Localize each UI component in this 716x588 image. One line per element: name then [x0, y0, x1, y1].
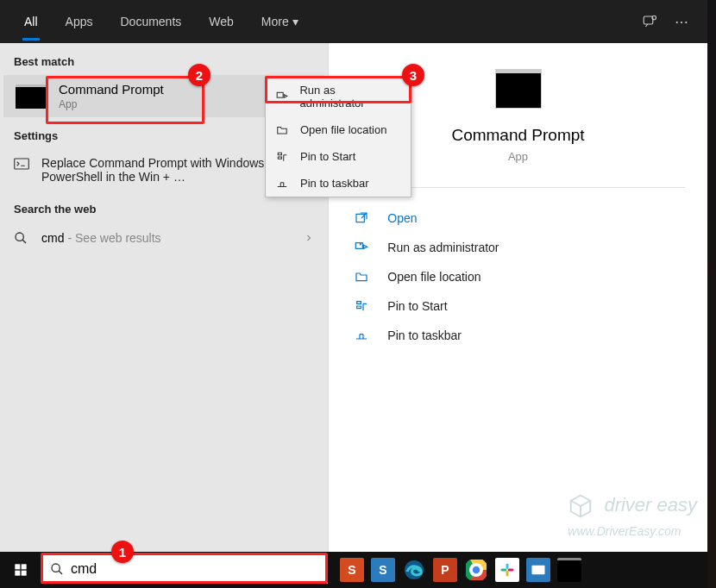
ctx-pin-taskbar-label: Pin to taskbar — [300, 177, 369, 190]
ctx-run-admin[interactable]: Run as administrator — [266, 77, 411, 116]
web-hint: - See web results — [67, 231, 160, 245]
svg-rect-7 — [15, 564, 20, 569]
preview-app-icon — [495, 69, 542, 109]
tab-web[interactable]: Web — [195, 3, 248, 41]
tb-app-snagit[interactable]: S — [371, 558, 395, 582]
action-pin-start[interactable]: Pin to Start — [351, 291, 684, 321]
context-menu: Run as administrator Open file location … — [265, 76, 411, 197]
tab-documents[interactable]: Documents — [106, 3, 195, 41]
feedback-icon[interactable] — [633, 7, 666, 36]
web-query: cmd — [41, 231, 64, 245]
action-run-admin-label: Run as administrator — [387, 241, 499, 254]
shield-admin-icon — [276, 91, 291, 103]
search-tab-bar: All Apps Documents Web More▾ ⋯ — [0, 0, 707, 43]
action-pin-taskbar-label: Pin to taskbar — [387, 328, 462, 342]
search-input[interactable] — [71, 561, 319, 577]
search-icon — [50, 562, 64, 576]
preview-subtitle: App — [508, 150, 528, 163]
svg-rect-9 — [15, 571, 20, 576]
tab-all[interactable]: All — [10, 3, 52, 41]
action-open[interactable]: Open — [351, 203, 684, 233]
tb-app-snagit-editor[interactable]: S — [340, 558, 364, 582]
svg-rect-0 — [644, 16, 653, 24]
pin-taskbar-icon — [276, 178, 292, 190]
tb-app-slack[interactable] — [495, 558, 519, 582]
action-open-label: Open — [387, 211, 417, 225]
tb-app-generic-blue[interactable] — [526, 558, 550, 582]
pin-start-icon — [355, 299, 374, 313]
ctx-run-admin-label: Run as administrator — [299, 84, 400, 109]
svg-rect-4 — [356, 214, 364, 222]
tb-app-chrome[interactable] — [464, 558, 488, 582]
tb-app-command-prompt[interactable] — [557, 558, 581, 582]
web-result-cmd[interactable]: cmd - See web results — [0, 222, 328, 253]
svg-rect-20 — [501, 569, 507, 572]
action-run-admin[interactable]: Run as administrator — [351, 233, 684, 262]
action-pin-start-label: Pin to Start — [387, 299, 447, 313]
tb-app-powerpoint[interactable]: P — [433, 558, 457, 582]
action-open-location-label: Open file location — [387, 270, 480, 284]
svg-rect-23 — [532, 566, 545, 575]
preview-title: Command Prompt — [451, 126, 584, 145]
ctx-pin-start-label: Pin to Start — [300, 150, 355, 163]
folder-icon — [276, 124, 292, 136]
svg-rect-5 — [356, 243, 363, 249]
svg-point-3 — [16, 233, 23, 241]
action-open-location[interactable]: Open file location — [351, 262, 684, 291]
svg-rect-19 — [506, 564, 509, 570]
ellipsis-icon[interactable]: ⋯ — [666, 7, 697, 37]
command-prompt-icon — [16, 84, 47, 109]
pin-taskbar-icon — [355, 328, 374, 342]
ctx-pin-taskbar[interactable]: Pin to taskbar — [266, 170, 411, 197]
svg-rect-21 — [506, 571, 509, 577]
tb-app-edge[interactable] — [402, 558, 426, 582]
shield-admin-icon — [355, 241, 374, 254]
terminal-icon — [14, 158, 31, 170]
folder-icon — [355, 270, 374, 284]
chevron-right-icon — [304, 233, 314, 243]
tab-more[interactable]: More▾ — [248, 3, 312, 41]
best-match-subtitle: App — [59, 98, 164, 110]
svg-point-11 — [52, 564, 60, 572]
svg-rect-8 — [22, 564, 27, 569]
taskbar-search-box[interactable] — [41, 554, 328, 584]
best-match-title: Command Prompt — [59, 82, 164, 97]
best-match-header: Best match — [0, 43, 328, 75]
ctx-pin-start[interactable]: Pin to Start — [266, 143, 411, 170]
svg-rect-10 — [22, 571, 27, 576]
start-button[interactable] — [0, 552, 41, 588]
open-icon — [355, 211, 374, 225]
action-pin-taskbar[interactable]: Pin to taskbar — [351, 321, 684, 350]
search-icon — [14, 231, 31, 245]
svg-rect-2 — [15, 159, 29, 169]
taskbar-pinned-apps: S S P — [340, 558, 581, 582]
svg-rect-22 — [508, 569, 514, 572]
taskbar: S S P — [0, 552, 707, 588]
tab-apps[interactable]: Apps — [52, 3, 107, 41]
pin-start-icon — [276, 151, 292, 163]
ctx-open-location[interactable]: Open file location — [266, 116, 411, 143]
ctx-open-location-label: Open file location — [300, 123, 386, 136]
svg-rect-6 — [277, 92, 283, 97]
